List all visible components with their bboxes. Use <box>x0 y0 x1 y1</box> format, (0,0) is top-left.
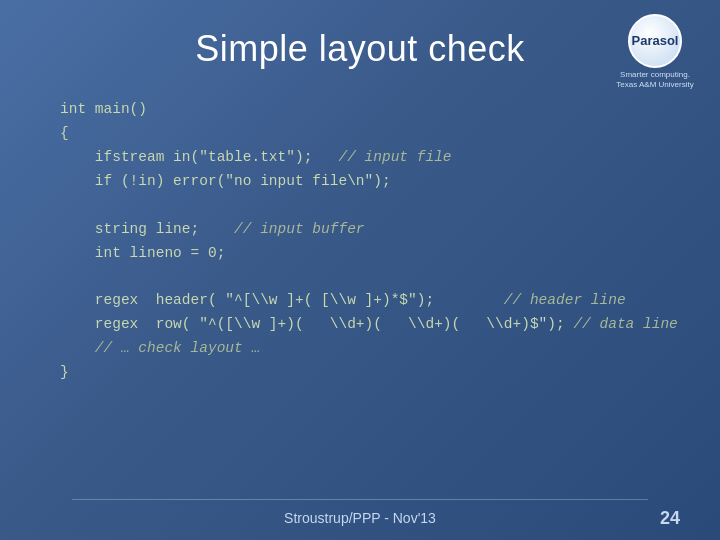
footer-text: Stroustrup/PPP - Nov'13 <box>284 510 436 526</box>
code-block: int main() { ifstream in("table.txt"); /… <box>60 98 660 385</box>
code-line-row: regex row( "^([\\w ]+)( \\d+)( \\d+)( \\… <box>60 313 660 337</box>
code-line: if (!in) error("no input file\n"); <box>60 170 660 194</box>
page-number: 24 <box>660 508 680 529</box>
code-line <box>60 194 660 218</box>
code-line: int lineno = 0; <box>60 242 660 266</box>
slide-footer: Stroustrup/PPP - Nov'13 24 <box>0 500 720 540</box>
logo-brand: Parasol <box>632 34 679 48</box>
code-area: int main() { ifstream in("table.txt"); /… <box>0 88 720 499</box>
code-line-header: regex header( "^[\\w ]+( [\\w ]+)*$"); /… <box>60 289 660 313</box>
code-line: int main() <box>60 98 660 122</box>
logo-area: Parasol Smarter computing.Texas A&M Univ… <box>610 14 700 91</box>
slide: Parasol Smarter computing.Texas A&M Univ… <box>0 0 720 540</box>
code-line: } <box>60 361 660 385</box>
code-line-comment: // … check layout … <box>60 337 660 361</box>
code-line <box>60 265 660 289</box>
logo-tagline: Smarter computing.Texas A&M University <box>616 70 693 91</box>
logo-circle: Parasol <box>628 14 682 68</box>
code-line: string line; // input buffer <box>60 218 660 242</box>
code-line: ifstream in("table.txt"); // input file <box>60 146 660 170</box>
code-line: { <box>60 122 660 146</box>
